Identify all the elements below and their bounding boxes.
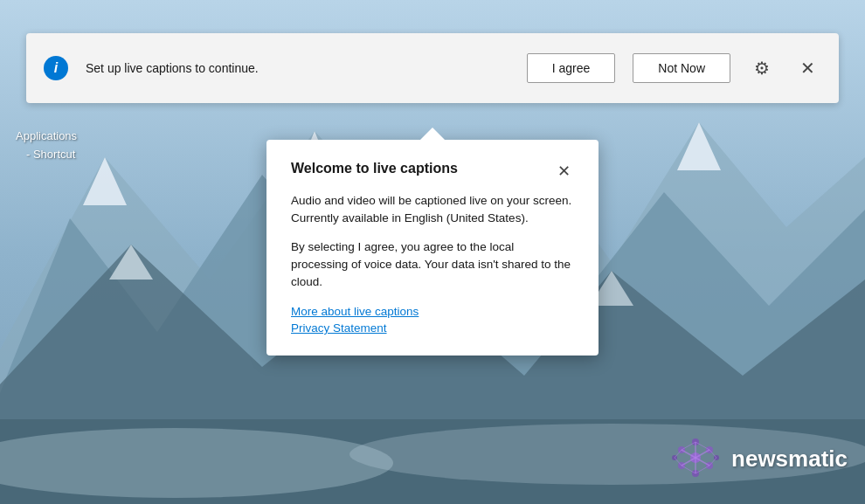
svg-line-33	[675, 458, 682, 466]
newsmatic-text: newsmatic	[731, 447, 848, 470]
close-icon: ✕	[800, 58, 815, 79]
svg-line-35	[682, 466, 695, 473]
svg-line-30	[709, 450, 716, 458]
popup-close-icon: ✕	[557, 162, 571, 181]
popup-header: Welcome to live captions ✕	[291, 161, 574, 182]
close-button[interactable]: ✕	[793, 54, 821, 82]
welcome-popup: Welcome to live captions ✕ Audio and vid…	[266, 140, 599, 356]
svg-line-31	[682, 442, 695, 450]
gear-button[interactable]: ⚙	[748, 54, 776, 82]
gear-icon: ⚙	[754, 58, 770, 79]
svg-line-34	[709, 458, 716, 466]
popup-body: Audio and video will be captioned live o…	[291, 192, 574, 291]
sidebar-item-shortcut[interactable]: - Shortcut	[9, 145, 166, 163]
info-icon: i	[44, 56, 68, 80]
svg-line-32	[695, 442, 709, 450]
newsmatic-logo-icon	[668, 430, 724, 487]
not-now-button[interactable]: Not Now	[633, 53, 730, 83]
popup-body-text-1: Audio and video will be captioned live o…	[291, 192, 574, 228]
sidebar-item-applications[interactable]: Applications	[9, 127, 166, 145]
newsmatic-logo: newsmatic	[668, 430, 848, 487]
privacy-statement-link[interactable]: Privacy Statement	[291, 321, 574, 335]
svg-line-29	[675, 450, 682, 458]
notification-bar: i Set up live captions to continue. I ag…	[26, 33, 839, 103]
sidebar: Applications - Shortcut	[0, 118, 175, 172]
more-about-captions-link[interactable]: More about live captions	[291, 305, 574, 318]
popup-arrow	[420, 128, 445, 140]
popup-title: Welcome to live captions	[291, 161, 458, 176]
popup-body-text-2: By selecting I agree, you agree to the l…	[291, 238, 574, 292]
newsmatic-wordmark: newsmatic	[731, 447, 848, 470]
popup-links: More about live captions Privacy Stateme…	[291, 305, 574, 335]
agree-button[interactable]: I agree	[527, 53, 616, 83]
svg-line-36	[695, 466, 709, 473]
notification-message: Set up live captions to continue.	[86, 61, 509, 75]
popup-close-button[interactable]: ✕	[553, 161, 574, 182]
